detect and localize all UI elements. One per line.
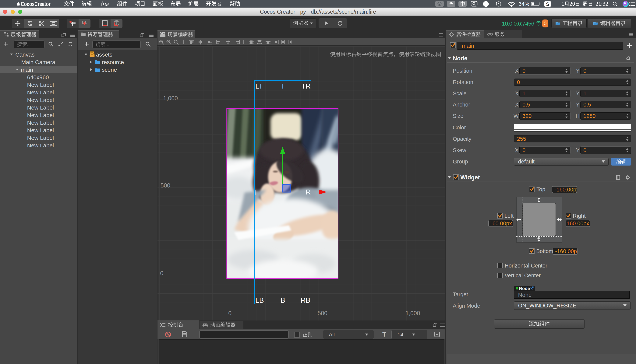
svg-text:T: T <box>281 82 285 90</box>
svg-text:500: 500 <box>161 182 170 189</box>
svg-text:1,000: 1,000 <box>405 310 420 316</box>
svg-text:1,000: 1,000 <box>163 95 178 102</box>
svg-text:LT: LT <box>255 82 263 90</box>
svg-text:L: L <box>255 189 259 197</box>
svg-text:RB: RB <box>301 296 310 304</box>
svg-text:B: B <box>281 296 285 304</box>
svg-text:0: 0 <box>160 270 163 276</box>
svg-text:LB: LB <box>255 296 264 304</box>
svg-text:0: 0 <box>228 310 232 316</box>
svg-text:R: R <box>306 188 311 196</box>
svg-text:500: 500 <box>318 310 327 316</box>
svg-text:TR: TR <box>301 82 311 90</box>
